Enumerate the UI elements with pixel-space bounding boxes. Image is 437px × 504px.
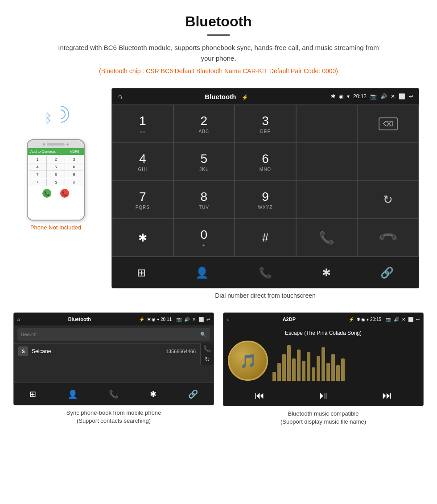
phone-action-btn[interactable]: 📞 [259, 267, 272, 279]
prev-btn[interactable]: ⏮ [255, 390, 264, 401]
search-icon: 🔍 [200, 332, 206, 337]
vis-bar [312, 367, 315, 381]
link-action-btn[interactable]: 🔗 [380, 267, 394, 279]
music-cam-icon: 📷 [386, 317, 391, 322]
phone-top-bar [28, 140, 84, 148]
status-right: ✱ ◉ ▾ 20:12 📷 🔊 ✕ ⬜ ↩ [331, 93, 413, 100]
dial-key-7[interactable]: 7PQRS [112, 181, 173, 219]
pb-phone-icon[interactable]: 📞 [203, 345, 211, 352]
dial-key-5[interactable]: 5JKL [173, 143, 235, 181]
window-icon[interactable]: ⬜ [399, 93, 405, 100]
empty-4 [296, 181, 358, 219]
music-status-right: ✱ ◉ ▾ 20:15 [357, 317, 381, 322]
pb-right-icons: 📞 ↻ [200, 343, 214, 365]
dialpad-action-btn[interactable]: ⊞ [137, 267, 146, 279]
bluetooth-waves: ᛒ [42, 106, 69, 133]
home-icon[interactable]: ⌂ [117, 92, 122, 101]
pb-home-icon[interactable]: ⌂ [17, 317, 20, 322]
phone-body: Add to Contacts MORE 1 2 3 4 5 6 7 8 9 *… [27, 139, 85, 221]
time-display: 20:12 [353, 93, 367, 100]
pb-bt-btn[interactable]: ✱ [150, 389, 157, 399]
dial-key-1[interactable]: 1○○ [112, 105, 173, 143]
status-left: ⌂ [117, 92, 122, 101]
music-album-art: 🎵 [228, 341, 268, 381]
pb-title: Bluetooth [23, 317, 136, 322]
phone-dot-2 [66, 143, 69, 146]
music-close-icon[interactable]: ✕ [402, 317, 405, 322]
pb-avatar: S [18, 346, 28, 356]
music-screen: ⌂ A2DP ⚡ ✱ ◉ ▾ 20:15 📷 🔊 ✕ ⬜ ↩ Escape (T… [223, 312, 424, 406]
music-back-icon[interactable]: ↩ [416, 317, 420, 322]
vis-bar [331, 354, 335, 381]
dial-key-9[interactable]: 9WXYZ [235, 181, 296, 219]
pb-contacts-btn[interactable]: 👤 [68, 389, 78, 399]
status-bar: ⌂ Bluetooth ⚡ ✱ ◉ ▾ 20:12 📷 🔊 ✕ ⬜ ↩ [112, 88, 419, 104]
wave2 [52, 106, 69, 123]
pb-win-icon[interactable]: ⬜ [198, 317, 204, 322]
call-green: 📞 [42, 189, 51, 198]
phone-dot [43, 143, 45, 146]
backspace-key[interactable]: ⌫ [357, 105, 419, 143]
play-pause-btn[interactable]: ⏯ [318, 390, 328, 401]
music-status-bar: ⌂ A2DP ⚡ ✱ ◉ ▾ 20:15 📷 🔊 ✕ ⬜ ↩ [223, 313, 423, 325]
phone-screen-header: Add to Contacts MORE [28, 148, 84, 155]
dial-key-0[interactable]: 0+ [173, 219, 235, 257]
vis-bar [287, 345, 291, 381]
pb-refresh-icon[interactable]: ↻ [205, 356, 210, 363]
pb-dialpad-btn[interactable]: ⊞ [29, 389, 36, 399]
refresh-key[interactable]: ↻ [357, 181, 419, 219]
music-usb-icon: ⚡ [349, 317, 354, 322]
page-description: Integrated with BC6 Bluetooth module, su… [58, 42, 379, 64]
pb-close-icon[interactable]: ✕ [192, 317, 196, 322]
dial-key-2[interactable]: 2ABC [173, 105, 235, 143]
vis-bar [302, 361, 305, 381]
pb-back-icon[interactable]: ↩ [206, 317, 210, 322]
pb-status-right: ✱ ◉ ▾ 20:11 [147, 317, 172, 322]
back-icon[interactable]: ↩ [409, 93, 413, 100]
close-status-icon[interactable]: ✕ [391, 93, 395, 100]
page-title: Bluetooth [9, 13, 428, 30]
usb-icon: ⚡ [242, 94, 248, 100]
music-home-icon[interactable]: ⌂ [227, 317, 230, 322]
contacts-action-btn[interactable]: 👤 [195, 267, 209, 279]
music-item: ⌂ A2DP ⚡ ✱ ◉ ▾ 20:15 📷 🔊 ✕ ⬜ ↩ Escape (T… [223, 312, 424, 426]
music-win-icon[interactable]: ⬜ [408, 317, 413, 322]
dial-key-hash[interactable]: # [235, 219, 296, 257]
next-btn[interactable]: ⏭ [382, 390, 392, 401]
pb-search-row: Search 🔍 [14, 325, 214, 343]
vis-bar [277, 363, 281, 381]
pb-link-btn[interactable]: 🔗 [188, 389, 198, 399]
bt-action-btn[interactable]: ✱ [322, 267, 331, 279]
empty-3 [357, 143, 419, 181]
music-main: Escape (The Pina Colada Song) 🎵 [223, 325, 423, 385]
call-red-key[interactable]: 📞 [357, 219, 419, 257]
location-icon: ◉ [339, 93, 343, 100]
pb-call-btn[interactable]: 📞 [109, 389, 119, 399]
dial-key-6[interactable]: 6MNO [235, 143, 296, 181]
call-green-key[interactable]: 📞 [296, 219, 358, 257]
vis-bar [272, 372, 276, 381]
phone-speaker [47, 143, 65, 146]
music-content: 🎵 [228, 341, 419, 381]
vis-bar [336, 365, 340, 381]
dial-key-3[interactable]: 3DEF [235, 105, 296, 143]
dial-key-8[interactable]: 8TUV [173, 181, 235, 219]
bt-status-icon: ✱ [331, 93, 335, 100]
pb-contact-number: 13566664466 [166, 349, 196, 354]
vis-bar [282, 354, 286, 381]
pb-search-box[interactable]: Search 🔍 [17, 328, 210, 341]
pb-contact-name: Seicane [32, 348, 51, 354]
vis-bar [317, 356, 320, 381]
dial-key-4[interactable]: 4GHI [112, 143, 173, 181]
pb-contact-row[interactable]: S Seicane 13566664466 [14, 343, 200, 359]
music-vol-icon: 🔊 [394, 317, 399, 322]
status-center: Bluetooth ⚡ [122, 93, 331, 100]
music-caption: Bluetooth music compatible(Support displ… [280, 410, 366, 426]
empty-2 [296, 143, 358, 181]
main-content: ᛒ Add to Contacts MORE 1 2 3 4 [0, 88, 437, 299]
dial-key-star[interactable]: ✱ [112, 219, 173, 257]
pb-content-area: S Seicane 13566664466 📞 ↻ [14, 343, 214, 365]
pb-search-placeholder: Search [21, 332, 37, 337]
bluetooth-icon: ᛒ [45, 111, 52, 125]
music-song-title: Escape (The Pina Colada Song) [285, 330, 362, 336]
